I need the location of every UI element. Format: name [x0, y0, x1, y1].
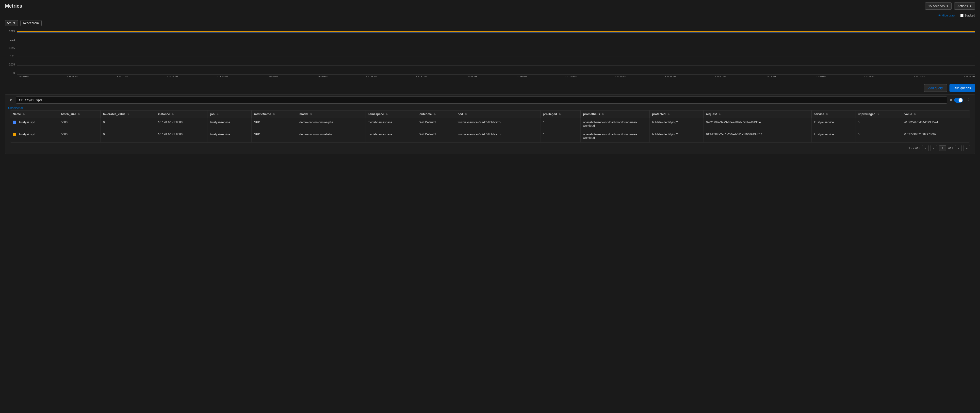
add-query-button[interactable]: Add query — [924, 84, 947, 92]
col-header-name: Name ⇅ — [10, 111, 58, 118]
grid-line-3 — [17, 57, 975, 57]
chart-grid — [17, 30, 975, 74]
reset-zoom-button[interactable]: Reset zoom — [21, 20, 41, 26]
sort-icon-name: ⇅ — [23, 113, 25, 116]
x-label-5: 1:19:45 PM — [266, 75, 278, 78]
grid-line-bottom — [17, 74, 975, 75]
cell-favorable-value-1: 0 — [100, 130, 155, 142]
metrics-table: Name ⇅ batch_size ⇅ favorable_value ⇅ in… — [10, 110, 970, 143]
query-toggle[interactable] — [954, 98, 963, 103]
x-label-3: 1:19:15 PM — [167, 75, 178, 78]
col-header-prometheus: prometheus ⇅ — [581, 111, 649, 118]
cell-namespace-0: model-namespace — [365, 118, 417, 130]
sort-icon-metricname: ⇅ — [273, 113, 275, 116]
col-header-protected: protected ⇅ — [649, 111, 703, 118]
cell-unprivileged-0: 0 — [855, 118, 902, 130]
cell-name-0: trustyai_spd — [10, 118, 58, 130]
pagination-of-label: of 1 — [948, 146, 953, 150]
actions-dropdown[interactable]: Actions ▼ — [954, 2, 975, 10]
cell-instance-1: 10.128.10.73:8080 — [155, 130, 208, 142]
cell-protected-1: Is Male-Identifying? — [649, 130, 703, 142]
cell-metricname-1: SPD — [251, 130, 297, 142]
query-input[interactable] — [16, 97, 947, 103]
cell-batch-size-0: 5000 — [58, 118, 100, 130]
sort-icon-batch: ⇅ — [78, 113, 80, 116]
x-label-9: 1:20:45 PM — [466, 75, 477, 78]
x-label-16: 1:22:30 PM — [814, 75, 826, 78]
cell-prometheus-0: openshift-user-workload-monitoring/user-… — [581, 118, 649, 130]
hide-graph-link[interactable]: 👁 Hide graph — [938, 14, 956, 17]
col-header-value: Value ⇅ — [902, 111, 970, 118]
cell-name-text: trustyai_spd — [19, 133, 35, 136]
col-header-privileged: privileged ⇅ — [540, 111, 581, 118]
chart-line-orange — [17, 31, 975, 32]
pagination-first-button[interactable]: « — [922, 145, 929, 151]
y-label-001: 0.01 — [10, 55, 15, 57]
refresh-dropdown[interactable]: 15 seconds ▼ — [925, 2, 952, 10]
query-section: Add query Run queries — [0, 82, 980, 94]
stacked-checkbox[interactable] — [960, 14, 964, 17]
sort-icon-favorable: ⇅ — [127, 113, 129, 116]
y-label-0025: 0.025 — [9, 30, 15, 33]
cell-outcome-1: Will Default? — [417, 130, 455, 142]
sort-icon-pod: ⇅ — [465, 113, 467, 116]
refresh-label: 15 seconds — [928, 4, 945, 8]
pagination-prev-button[interactable]: ‹ — [931, 145, 937, 151]
col-header-outcome: outcome ⇅ — [417, 111, 455, 118]
pagination-summary: 1 - 2 of 2 — [908, 146, 920, 150]
y-label-002: 0.02 — [10, 38, 15, 41]
cell-prometheus-1: openshift-user-workload-monitoring/user-… — [581, 130, 649, 142]
x-label-13: 1:21:45 PM — [665, 75, 676, 78]
row-color-indicator — [13, 121, 16, 124]
cell-privileged-1: 1 — [540, 130, 581, 142]
pagination-bar: 1 - 2 of 2 « ‹ of 1 › » — [5, 143, 975, 154]
x-label-11: 1:21:15 PM — [565, 75, 576, 78]
x-label-0: 1:18:30 PM — [17, 75, 29, 78]
table-body: trustyai_spd 5000 0 10.128.10.73:8080 tr… — [10, 118, 970, 142]
top-bar: Metrics 15 seconds ▼ Actions ▼ — [0, 0, 980, 12]
grid-line-top — [17, 30, 975, 30]
page-title: Metrics — [5, 3, 22, 9]
toggle-knob — [959, 98, 963, 102]
sort-icon-instance: ⇅ — [172, 113, 173, 116]
row-color-indicator — [13, 133, 16, 136]
sort-icon-namespace: ⇅ — [386, 113, 388, 116]
top-bar-controls: 15 seconds ▼ Actions ▼ — [925, 2, 975, 10]
pagination-next-button[interactable]: › — [955, 145, 961, 151]
col-header-job: job ⇅ — [208, 111, 251, 118]
chevron-down-icon: ▼ — [13, 21, 16, 25]
cell-job-0: trustyai-service — [208, 118, 251, 130]
grid-line-1 — [17, 39, 975, 39]
stacked-checkbox-label[interactable]: Stacked — [960, 14, 975, 17]
table-row: trustyai_spd 5000 0 10.128.10.73:8080 tr… — [10, 130, 970, 142]
x-label-8: 1:20:30 PM — [416, 75, 427, 78]
cell-batch-size-1: 5000 — [58, 130, 100, 142]
pagination-last-button[interactable]: » — [964, 145, 970, 151]
sort-icon-unprivileged: ⇅ — [877, 113, 879, 116]
query-close-button[interactable]: ✕ — [950, 98, 953, 102]
sort-icon-service: ⇅ — [826, 113, 828, 116]
graph-controls: 5m ▼ Reset zoom — [0, 19, 980, 27]
cell-outcome-0: Will Default? — [417, 118, 455, 130]
query-kebab-button[interactable]: ⋮ — [964, 97, 972, 103]
range-select[interactable]: 5m ▼ — [5, 20, 18, 26]
col-header-unprivileged: unprivileged ⇅ — [855, 111, 902, 118]
col-header-namespace: namespace ⇅ — [365, 111, 417, 118]
chevron-down-icon: ▼ — [946, 5, 949, 7]
cell-metricname-0: SPD — [251, 118, 297, 130]
x-label-2: 1:19:00 PM — [117, 75, 128, 78]
table-row: trustyai_spd 5000 0 10.128.10.73:8080 tr… — [10, 118, 970, 130]
metrics-table-inner: Name ⇅ batch_size ⇅ favorable_value ⇅ in… — [10, 111, 970, 142]
graph-left-controls: 5m ▼ Reset zoom — [5, 20, 41, 26]
range-label: 5m — [7, 21, 11, 25]
cell-request-0: 9902509a-3ee3-40e9-89ef-7abb9d6133le — [703, 118, 811, 130]
col-header-model: model ⇅ — [297, 111, 365, 118]
unselect-all-link[interactable]: Unselect all — [5, 105, 26, 111]
query-expand-button[interactable]: ▼ — [8, 98, 14, 103]
x-label-19: 1:23:15 PM — [964, 75, 975, 78]
cell-service-1: trustyai-service — [811, 130, 855, 142]
col-header-favorable-value: favorable_value ⇅ — [100, 111, 155, 118]
col-header-batch-size: batch_size ⇅ — [58, 111, 100, 118]
pagination-page-input[interactable] — [939, 145, 946, 151]
run-queries-button[interactable]: Run queries — [950, 84, 975, 92]
